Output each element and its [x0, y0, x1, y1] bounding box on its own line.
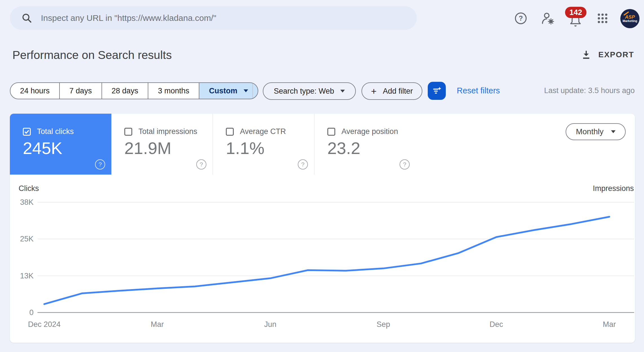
user-settings-button[interactable]: [540, 10, 556, 27]
metric-label: Average CTR: [240, 127, 286, 136]
checkbox-checked-icon[interactable]: [23, 128, 31, 136]
chevron-down-icon: [244, 89, 248, 92]
add-filter-label: Add filter: [383, 87, 413, 96]
y-axis-tick: 0: [29, 308, 34, 317]
x-axis-tick: Dec 2024: [28, 320, 61, 329]
search-type-label: Search type: Web: [274, 87, 334, 96]
filter-row-divider: [252, 83, 253, 98]
clicks-line: [44, 217, 609, 304]
svg-text:?: ?: [519, 14, 523, 22]
account-avatar[interactable]: ASP Marketing: [620, 9, 639, 28]
checkbox-unchecked-icon[interactable]: [124, 128, 132, 136]
export-label: EXPORT: [598, 50, 634, 59]
search-type-dropdown[interactable]: Search type: Web: [263, 82, 356, 100]
last-update-text: Last update: 3.5 hours ago: [544, 86, 635, 95]
ai-filter-icon: [431, 85, 442, 96]
search-console-performance-page: ? 142: [0, 0, 644, 352]
x-axis-tick: Jun: [264, 320, 277, 329]
granularity-dropdown[interactable]: Monthly: [566, 123, 626, 140]
download-icon: [581, 50, 591, 60]
metric-card-average-ctr[interactable]: Average CTR 1.1% ?: [213, 114, 314, 175]
help-button[interactable]: ?: [513, 10, 529, 27]
y-axis-tick: 25K: [20, 235, 34, 243]
range-28-days[interactable]: 28 days: [102, 82, 149, 99]
help-icon: ?: [514, 12, 528, 25]
metric-card-average-position[interactable]: Average position 23.2 ?: [314, 114, 416, 175]
y-axis-tick: 13K: [20, 272, 34, 280]
avatar-logo-line1: ASP: [625, 15, 635, 19]
export-button[interactable]: EXPORT: [581, 47, 634, 62]
ai-filter-button[interactable]: [428, 82, 446, 100]
metric-value: 1.1%: [226, 138, 264, 158]
range-3-months[interactable]: 3 months: [148, 82, 199, 99]
metric-label: Average position: [341, 127, 398, 136]
help-circle-icon[interactable]: ?: [95, 159, 105, 170]
apps-grid-icon: [596, 12, 609, 25]
range-7-days[interactable]: 7 days: [59, 82, 102, 99]
checkbox-unchecked-icon[interactable]: [226, 128, 234, 136]
chevron-down-icon: [611, 130, 616, 133]
add-filter-button[interactable]: + Add filter: [361, 82, 422, 100]
search-input[interactable]: [40, 13, 417, 23]
checkbox-unchecked-icon[interactable]: [327, 128, 335, 136]
range-custom-dropdown[interactable]: Custom: [199, 82, 258, 99]
metric-card-total-clicks[interactable]: Total clicks 245K ?: [10, 114, 111, 175]
granularity-label: Monthly: [576, 127, 603, 136]
date-range-control: 24 hours 7 days 28 days 3 months Custom: [10, 82, 258, 99]
performance-chart: 013K25K38KDec 2024MarJunSepDecMar: [10, 175, 635, 343]
metric-value: 23.2: [327, 138, 360, 158]
metric-label: Total impressions: [138, 127, 197, 136]
url-inspect-searchbar[interactable]: [10, 6, 417, 30]
x-axis-tick: Dec: [489, 320, 503, 329]
metric-value: 21.9M: [124, 138, 171, 158]
metric-value: 245K: [23, 138, 62, 158]
metric-cards: Total clicks 245K ? Total impressions 21…: [10, 114, 416, 175]
search-icon: [22, 13, 32, 23]
page-title: Performance on Search results: [12, 49, 172, 62]
help-circle-icon[interactable]: ?: [298, 159, 308, 170]
chevron-down-icon: [340, 90, 345, 93]
y-axis-tick: 38K: [20, 198, 34, 206]
reset-filters-link[interactable]: Reset filters: [457, 86, 500, 95]
metric-card-total-impressions[interactable]: Total impressions 21.9M ?: [111, 114, 213, 175]
apps-button[interactable]: [594, 10, 611, 27]
user-settings-icon: [541, 11, 555, 26]
x-axis-tick: Mar: [151, 320, 164, 329]
x-axis-tick: Mar: [603, 320, 616, 329]
metric-label: Total clicks: [37, 127, 74, 136]
notification-count-badge: 142: [565, 7, 586, 18]
avatar-logo-line2: Marketing: [623, 19, 637, 23]
performance-panel: Total clicks 245K ? Total impressions 21…: [10, 114, 635, 343]
range-24-hours[interactable]: 24 hours: [10, 82, 60, 99]
help-circle-icon[interactable]: ?: [400, 159, 410, 170]
help-circle-icon[interactable]: ?: [196, 159, 206, 170]
x-axis-tick: Sep: [376, 320, 390, 329]
range-custom-label: Custom: [209, 87, 237, 95]
